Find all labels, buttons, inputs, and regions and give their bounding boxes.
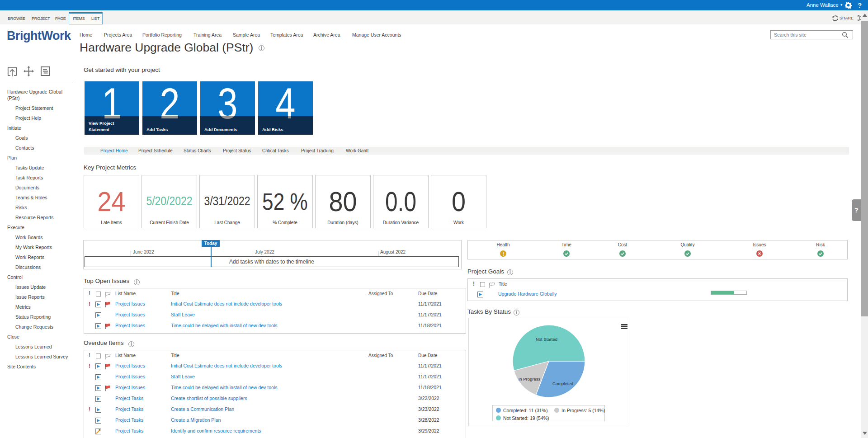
svg-text:Not Started: Not Started — [536, 337, 557, 342]
svg-text:In Progress: In Progress — [519, 377, 541, 381]
svg-text:Completed: Completed — [552, 381, 573, 386]
